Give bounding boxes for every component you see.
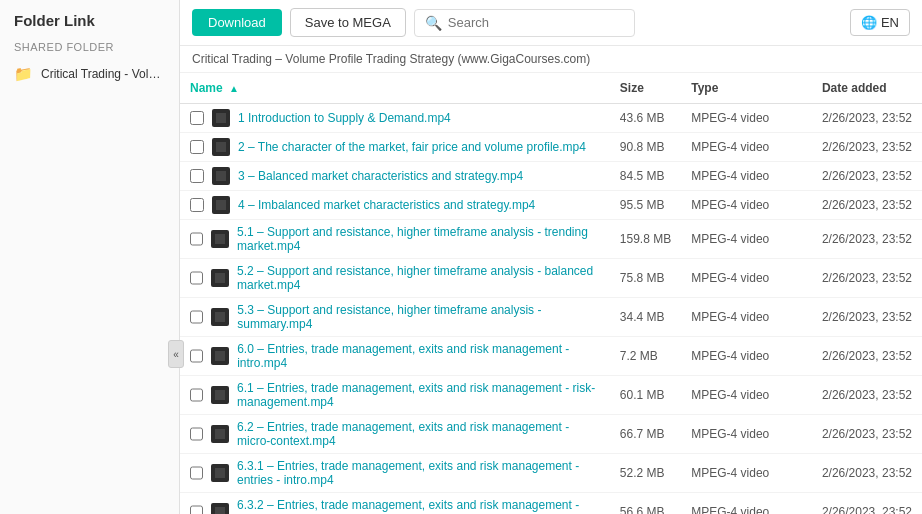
download-button[interactable]: Download: [192, 9, 282, 36]
file-thumb-video: [212, 138, 230, 156]
file-type: MPEG-4 video: [681, 104, 812, 133]
file-type: MPEG-4 video: [681, 454, 812, 493]
file-name-link[interactable]: 2 – The character of the market, fair pr…: [238, 140, 586, 154]
file-checkbox[interactable]: [190, 232, 203, 246]
file-type: MPEG-4 video: [681, 220, 812, 259]
file-checkbox[interactable]: [190, 111, 204, 125]
video-thumb-inner: [216, 142, 226, 152]
table-row: 5.1 – Support and resistance, higher tim…: [180, 220, 922, 259]
file-size: 90.8 MB: [610, 133, 681, 162]
file-checkbox[interactable]: [190, 198, 204, 212]
video-thumb-inner: [216, 113, 226, 123]
column-type[interactable]: Type: [681, 73, 812, 104]
file-table: Name ▲ Size Type Date added 1 Introducti…: [180, 73, 922, 514]
sort-arrow-name: ▲: [229, 83, 239, 94]
file-checkbox[interactable]: [190, 271, 203, 285]
file-name-link[interactable]: 5.3 – Support and resistance, higher tim…: [237, 303, 600, 331]
file-size: 60.1 MB: [610, 376, 681, 415]
table-row: 6.3.2 – Entries, trade management, exits…: [180, 493, 922, 515]
video-thumb-inner: [215, 273, 225, 283]
file-date: 2/26/2023, 23:52: [812, 220, 922, 259]
file-name-link[interactable]: 1 Introduction to Supply & Demand.mp4: [238, 111, 451, 125]
file-name-link[interactable]: 4 – Imbalanced market characteristics an…: [238, 198, 535, 212]
language-button[interactable]: 🌐 EN: [850, 9, 910, 36]
breadcrumb: Critical Trading – Volume Profile Tradin…: [180, 46, 922, 73]
sidebar: Folder Link Shared folder 📁 Critical Tra…: [0, 0, 180, 514]
file-checkbox[interactable]: [190, 388, 203, 402]
column-size[interactable]: Size: [610, 73, 681, 104]
sidebar-section-label: Shared folder: [0, 41, 179, 59]
file-type: MPEG-4 video: [681, 376, 812, 415]
file-size: 7.2 MB: [610, 337, 681, 376]
file-date: 2/26/2023, 23:52: [812, 415, 922, 454]
table-row: 6.2 – Entries, trade management, exits a…: [180, 415, 922, 454]
file-size: 84.5 MB: [610, 162, 681, 191]
column-name[interactable]: Name ▲: [180, 73, 610, 104]
file-thumb-video: [212, 167, 230, 185]
video-thumb-inner: [215, 507, 225, 514]
file-checkbox[interactable]: [190, 169, 204, 183]
file-type: MPEG-4 video: [681, 337, 812, 376]
table-row: 6.0 – Entries, trade management, exits a…: [180, 337, 922, 376]
file-thumb-video: [211, 464, 229, 482]
file-type: MPEG-4 video: [681, 298, 812, 337]
file-name-link[interactable]: 6.3.1 – Entries, trade management, exits…: [237, 459, 600, 487]
file-type: MPEG-4 video: [681, 191, 812, 220]
save-to-mega-button[interactable]: Save to MEGA: [290, 8, 406, 37]
table-header-row: Name ▲ Size Type Date added: [180, 73, 922, 104]
file-checkbox[interactable]: [190, 349, 203, 363]
file-name-link[interactable]: 6.1 – Entries, trade management, exits a…: [237, 381, 600, 409]
file-size: 43.6 MB: [610, 104, 681, 133]
file-thumb-video: [211, 230, 229, 248]
main-content: Download Save to MEGA 🔍 🌐 EN Critical Tr…: [180, 0, 922, 514]
file-date: 2/26/2023, 23:52: [812, 104, 922, 133]
file-size: 95.5 MB: [610, 191, 681, 220]
file-date: 2/26/2023, 23:52: [812, 162, 922, 191]
sidebar-item-critical-trading[interactable]: 📁 Critical Trading - Volume Profi: [0, 59, 179, 89]
video-thumb-inner: [215, 429, 225, 439]
file-type: MPEG-4 video: [681, 259, 812, 298]
file-type: MPEG-4 video: [681, 133, 812, 162]
file-date: 2/26/2023, 23:52: [812, 133, 922, 162]
video-thumb-inner: [215, 351, 225, 361]
column-date[interactable]: Date added: [812, 73, 922, 104]
file-name-link[interactable]: 6.2 – Entries, trade management, exits a…: [237, 420, 600, 448]
sidebar-collapse-button[interactable]: «: [168, 340, 184, 368]
file-type: MPEG-4 video: [681, 162, 812, 191]
file-checkbox[interactable]: [190, 427, 203, 441]
file-size: 52.2 MB: [610, 454, 681, 493]
file-name-link[interactable]: 5.1 – Support and resistance, higher tim…: [237, 225, 600, 253]
file-size: 75.8 MB: [610, 259, 681, 298]
search-icon: 🔍: [425, 15, 442, 31]
file-date: 2/26/2023, 23:52: [812, 493, 922, 515]
file-size: 34.4 MB: [610, 298, 681, 337]
file-date: 2/26/2023, 23:52: [812, 298, 922, 337]
table-row: 6.3.1 – Entries, trade management, exits…: [180, 454, 922, 493]
file-size: 56.6 MB: [610, 493, 681, 515]
file-checkbox[interactable]: [190, 505, 203, 514]
video-thumb-inner: [215, 234, 225, 244]
file-thumb-video: [211, 308, 229, 326]
table-row: 5.2 – Support and resistance, higher tim…: [180, 259, 922, 298]
table-row: 1 Introduction to Supply & Demand.mp443.…: [180, 104, 922, 133]
file-name-link[interactable]: 3 – Balanced market characteristics and …: [238, 169, 523, 183]
file-type: MPEG-4 video: [681, 415, 812, 454]
file-name-link[interactable]: 6.3.2 – Entries, trade management, exits…: [237, 498, 600, 514]
app-title: Folder Link: [0, 12, 179, 41]
file-name-link[interactable]: 5.2 – Support and resistance, higher tim…: [237, 264, 600, 292]
file-checkbox[interactable]: [190, 466, 203, 480]
file-date: 2/26/2023, 23:52: [812, 259, 922, 298]
file-thumb-video: [211, 425, 229, 443]
file-type: MPEG-4 video: [681, 493, 812, 515]
file-checkbox[interactable]: [190, 310, 203, 324]
search-input[interactable]: [448, 15, 624, 30]
video-thumb-inner: [216, 171, 226, 181]
file-size: 66.7 MB: [610, 415, 681, 454]
file-name-link[interactable]: 6.0 – Entries, trade management, exits a…: [237, 342, 600, 370]
file-thumb-video: [211, 503, 229, 514]
file-checkbox[interactable]: [190, 140, 204, 154]
video-thumb-inner: [215, 312, 225, 322]
toolbar: Download Save to MEGA 🔍 🌐 EN: [180, 0, 922, 46]
file-date: 2/26/2023, 23:52: [812, 454, 922, 493]
table-row: 5.3 – Support and resistance, higher tim…: [180, 298, 922, 337]
